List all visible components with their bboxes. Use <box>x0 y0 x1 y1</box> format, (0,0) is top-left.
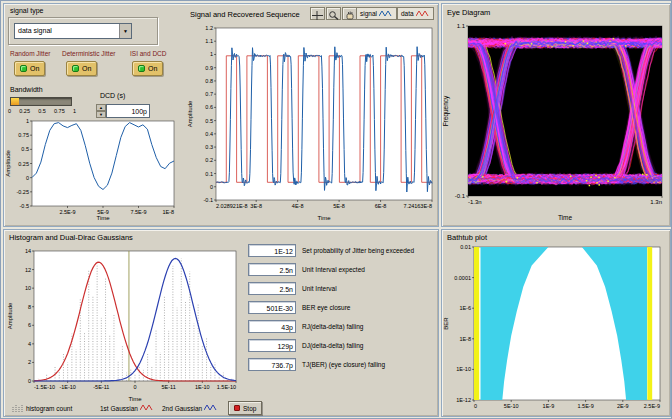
eye-diagram-graph[interactable]: 1.1-0.1-1.3n1.3nTimeFrequency <box>442 18 670 222</box>
svg-text:-5E-11: -5E-11 <box>93 384 109 390</box>
svg-text:Amplitude: Amplitude <box>7 302 13 329</box>
svg-text:0: 0 <box>26 175 29 181</box>
svg-text:4E-8: 4E-8 <box>292 203 304 209</box>
svg-text:0.5: 0.5 <box>205 118 213 124</box>
bandwidth-tick-label: 0 <box>8 108 11 114</box>
zoom-tool-icon[interactable] <box>326 7 341 20</box>
dropdown-arrow-icon[interactable]: ▼ <box>119 24 131 38</box>
legend-item-histogram-count[interactable]: histogram count <box>12 403 72 413</box>
svg-text:0.0001: 0.0001 <box>454 275 471 281</box>
results-column: 1E-12 Set probability of Jitter being ex… <box>248 244 438 404</box>
svg-text:Time: Time <box>558 214 573 221</box>
svg-text:2.028921E-8: 2.028921E-8 <box>216 203 248 209</box>
bandwidth-slider[interactable] <box>10 97 72 106</box>
jitter-analysis-front-panel: signal type data signal ▼ Random Jitter … <box>0 0 672 419</box>
svg-text:4: 4 <box>28 341 31 347</box>
svg-text:1E-8: 1E-8 <box>162 209 174 215</box>
histogram-graph[interactable]: 14121086420-1.5E-10-1E-10-5E-1105E-111E-… <box>6 243 242 403</box>
panel-eye-diagram: Eye Diagram 1.1-0.1-1.3n1.3nTimeFrequenc… <box>441 3 671 227</box>
svg-text:1.5E-9: 1.5E-9 <box>577 403 593 409</box>
dj-falling-label: DJ(delta-delta) falling <box>302 339 363 349</box>
svg-text:0.2: 0.2 <box>205 157 213 163</box>
svg-text:Frequency: Frequency <box>442 95 450 126</box>
svg-text:6: 6 <box>28 322 31 328</box>
signal-type-dropdown[interactable]: data signal ▼ <box>14 23 132 39</box>
svg-text:1E-10: 1E-10 <box>195 384 210 390</box>
svg-text:5E-8: 5E-8 <box>333 203 345 209</box>
bandwidth-tick-label: 1 <box>73 108 76 114</box>
bandwidth-label: Bandwidth <box>10 86 43 93</box>
bandwidth-tick-label: 0.25 <box>19 108 30 114</box>
unit-interval-expected-indicator: 2.5n <box>248 263 296 276</box>
svg-text:2: 2 <box>28 359 31 365</box>
histogram-title: Histogram and Dual-Dirac Gaussians <box>9 233 133 242</box>
green-led-icon <box>72 65 79 72</box>
legend-item-1st-gaussian[interactable]: 1st Gaussian <box>100 403 154 413</box>
svg-text:8: 8 <box>28 304 31 310</box>
svg-text:5E-10: 5E-10 <box>504 403 519 409</box>
set-probability-control[interactable]: 1E-12 <box>248 244 296 257</box>
svg-text:7.5E-9: 7.5E-9 <box>130 209 146 215</box>
signal-type-label: signal type <box>10 7 43 14</box>
svg-text:Amplitude: Amplitude <box>187 100 193 127</box>
svg-text:14: 14 <box>25 248 31 254</box>
svg-text:-1E-10: -1E-10 <box>59 384 76 390</box>
pan-tool-icon[interactable] <box>342 7 357 20</box>
svg-text:1.5E-10: 1.5E-10 <box>217 384 236 390</box>
svg-text:0.9: 0.9 <box>205 65 213 71</box>
svg-text:3E-8: 3E-8 <box>250 203 262 209</box>
svg-text:1E-8: 1E-8 <box>459 336 471 342</box>
unit-interval-label: Unit Interval <box>302 282 337 292</box>
crosshair-tool-icon[interactable] <box>310 7 325 20</box>
svg-text:2.5E-9: 2.5E-9 <box>59 209 75 215</box>
svg-text:5E-11: 5E-11 <box>162 384 176 390</box>
svg-text:1.1: 1.1 <box>457 23 466 29</box>
signal-sequence-graph[interactable]: 1.21.110.90.80.70.60.50.40.30.20.10-0.12… <box>186 20 438 222</box>
isi-dcd-state: On <box>148 65 157 72</box>
dcd-increment-button[interactable]: ▲ <box>96 104 106 111</box>
svg-text:1E-10: 1E-10 <box>456 366 471 372</box>
svg-text:-0.5: -0.5 <box>20 203 29 209</box>
legend-signal-label: signal <box>360 10 377 17</box>
legend-item-data[interactable]: data <box>397 7 434 20</box>
svg-text:BER: BER <box>443 317 449 330</box>
bandwidth-tick-label: 0.75 <box>54 108 65 114</box>
stop-label: Stop <box>243 405 256 412</box>
svg-text:Time: Time <box>128 396 142 402</box>
deterministic-jitter-state: On <box>82 65 91 72</box>
svg-text:Amplitude: Amplitude <box>5 150 11 177</box>
legend-data-label: data <box>401 10 414 17</box>
unit-interval-indicator: 2.5n <box>248 282 296 295</box>
random-jitter-toggle[interactable]: On <box>14 61 45 76</box>
svg-text:0: 0 <box>28 378 31 384</box>
bandwidth-tick-label: 0.5 <box>38 108 46 114</box>
deterministic-jitter-toggle[interactable]: On <box>66 61 97 76</box>
second-gaussian-label: 2nd Gaussian <box>162 405 202 412</box>
svg-text:1.1: 1.1 <box>205 38 213 44</box>
svg-text:0.25: 0.25 <box>18 161 29 167</box>
svg-text:-1.3n: -1.3n <box>468 199 482 205</box>
svg-text:0.6: 0.6 <box>205 104 213 110</box>
svg-text:0.75: 0.75 <box>18 132 29 138</box>
svg-text:1E-9: 1E-9 <box>543 403 555 409</box>
first-gaussian-wave-icon <box>140 403 154 413</box>
svg-text:0: 0 <box>210 184 213 190</box>
svg-text:0.5: 0.5 <box>21 146 29 152</box>
svg-text:0: 0 <box>133 384 136 390</box>
isi-dcd-toggle[interactable]: On <box>132 61 163 76</box>
svg-text:7.24163E-8: 7.24163E-8 <box>404 203 432 209</box>
svg-text:0.7: 0.7 <box>205 91 213 97</box>
dj-falling-indicator: 129p <box>248 339 296 352</box>
legend-item-signal[interactable]: signal <box>356 7 397 20</box>
bathtub-graph[interactable]: 0.010.00011E-61E-81E-101E-1205E-101E-91.… <box>442 242 670 416</box>
svg-text:0.3: 0.3 <box>205 144 213 150</box>
input-waveform-graph[interactable]: 10.750.50.250-0.25-0.52.5E-95E-97.5E-91E… <box>4 116 180 222</box>
eye-diagram-title: Eye Diagram <box>447 8 490 17</box>
panel-bathtub: Bathtub plot 0.010.00011E-61E-81E-101E-1… <box>441 229 671 417</box>
svg-text:0.1: 0.1 <box>205 171 213 177</box>
legend-item-2nd-gaussian[interactable]: 2nd Gaussian <box>162 403 218 413</box>
eye-diagram-canvas[interactable] <box>468 26 662 196</box>
ber-eye-closure-indicator: 501E-30 <box>248 301 296 314</box>
svg-text:2.5E-9: 2.5E-9 <box>644 403 660 409</box>
histogram-icon <box>12 403 24 413</box>
